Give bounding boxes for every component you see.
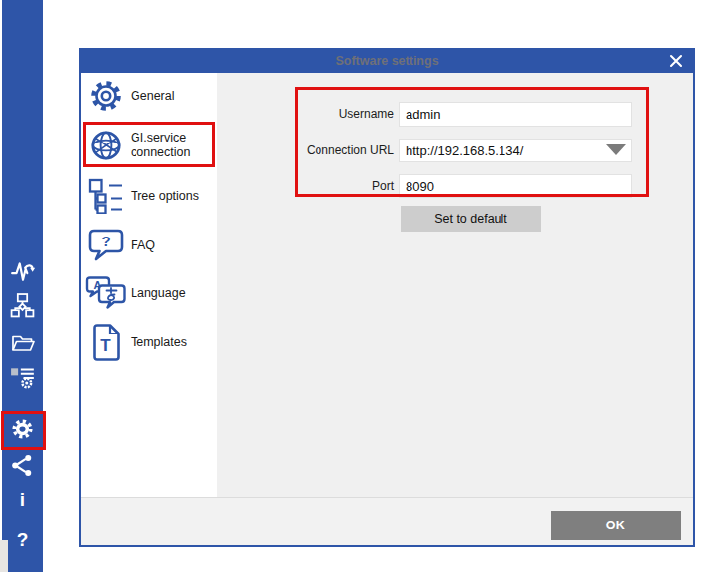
topology-icon [10,293,35,318]
connection-url-label: Connection URL [235,143,394,157]
sidebar-item-settings[interactable] [2,414,43,443]
menu-item-tree-options[interactable]: Tree options [81,172,217,220]
menu-item-label: GI.serviceconnection [131,131,190,160]
menu-item-language[interactable]: A Language [81,271,217,315]
menu-item-templates[interactable]: T Templates [81,321,217,364]
application-window: i ? Software settings [0,0,728,572]
language-bubbles-icon: A [81,276,131,311]
sidebar-item-info[interactable]: i [2,484,43,514]
faq-question-glyph: ? [101,233,110,249]
globe-network-icon [81,126,131,165]
menu-item-label: Language [131,286,186,301]
port-input[interactable] [399,174,632,198]
pulse-monitor-icon [10,258,36,284]
connection-url-dropdown-arrow[interactable] [606,144,626,155]
close-button[interactable] [667,52,684,70]
dialog-footer: OK [81,497,693,545]
menu-item-label: General [131,89,174,104]
menu-item-faq[interactable]: ? FAQ [81,224,217,267]
templates-t-glyph: T [100,336,111,355]
sidebar-item-help[interactable]: ? [2,524,43,554]
menu-item-gi-service-connection[interactable]: GI.serviceconnection [81,123,217,168]
general-gear-icon [81,78,131,114]
info-icon: i [20,490,25,509]
sidebar-item-open-project[interactable] [2,328,43,357]
app-sidebar: i ? [2,0,43,572]
dialog-title: Software settings [81,49,693,73]
tree-structure-icon [81,178,131,214]
software-settings-dialog: Software settings General [79,48,695,547]
settings-menu-panel: General GI.serviceconnection [81,73,217,497]
help-icon: ? [17,530,29,549]
close-icon [669,54,682,68]
sidebar-item-topology[interactable] [2,290,43,320]
share-icon [10,453,35,478]
menu-item-label: Templates [131,335,187,350]
dialog-titlebar: Software settings [81,49,693,73]
sidebar-item-monitoring[interactable] [2,256,43,286]
faq-bubble-icon: ? [81,229,131,262]
set-to-default-button[interactable]: Set to default [401,206,541,232]
connection-url-input[interactable] [399,139,632,162]
menu-label-line2: connection [131,145,190,159]
connection-settings-panel: Username Connection URL Port Set to defa… [217,73,693,497]
menu-item-general[interactable]: General [81,73,217,119]
menu-label-line1: GI.service [131,131,186,144]
open-folder-icon [10,332,36,353]
sidebar-item-share[interactable] [2,450,43,480]
username-input[interactable] [399,102,632,127]
ok-button[interactable]: OK [551,511,681,540]
username-label: Username [235,107,394,121]
background-window-corner [0,540,8,572]
settings-gear-icon [10,417,35,441]
service-config-icon [10,364,36,390]
menu-item-label: Tree options [131,189,199,204]
template-document-icon: T [81,324,131,361]
sidebar-item-service-config[interactable] [2,362,43,392]
port-label: Port [235,179,394,193]
menu-item-label: FAQ [131,238,155,253]
